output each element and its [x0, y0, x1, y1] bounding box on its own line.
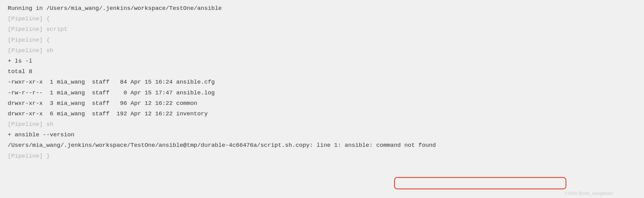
console-line: + ls -l	[8, 56, 636, 66]
console-line-error: /Users/mia_wang/.jenkins/workspace/TestO…	[8, 140, 636, 151]
pipeline-marker: [Pipeline]	[8, 121, 43, 128]
pipeline-text: {	[43, 15, 50, 22]
pipeline-marker: [Pipeline]	[8, 15, 43, 22]
pipeline-text: sh	[43, 47, 53, 54]
console-line: [Pipeline] }	[8, 151, 636, 161]
console-line: + ansible --version	[8, 130, 636, 140]
pipeline-marker: [Pipeline]	[8, 26, 43, 33]
console-line: [Pipeline] sh	[8, 45, 636, 56]
console-line: drwxr-xr-x 3 mia_wang staff 96 Apr 12 16…	[8, 98, 636, 109]
console-line: [Pipeline] {	[8, 35, 636, 45]
console-line: [Pipeline] {	[8, 14, 636, 24]
pipeline-text: script	[43, 26, 67, 33]
pipeline-text: sh	[43, 121, 53, 128]
console-line: [Pipeline] sh	[8, 119, 636, 130]
console-line: drwxr-xr-x 6 mia_wang staff 192 Apr 12 1…	[8, 109, 636, 119]
console-line: -rwxr-xr-x 1 mia_wang staff 84 Apr 15 16…	[8, 77, 636, 87]
console-line: [Pipeline] script	[8, 24, 636, 35]
console-output: Running in /Users/mia_wang/.jenkins/work…	[8, 3, 636, 161]
watermark-text: CSDN @one_wangtester	[565, 190, 613, 197]
pipeline-marker: [Pipeline]	[8, 37, 43, 43]
error-highlight-box	[394, 177, 566, 189]
pipeline-marker: [Pipeline]	[8, 47, 43, 54]
console-line: total 8	[8, 66, 636, 77]
console-line: -rw-r--r-- 1 mia_wang staff 0 Apr 15 17:…	[8, 88, 636, 98]
console-line: Running in /Users/mia_wang/.jenkins/work…	[8, 3, 636, 14]
pipeline-text: {	[43, 37, 50, 43]
pipeline-text: }	[43, 153, 50, 159]
pipeline-marker: [Pipeline]	[8, 153, 43, 159]
